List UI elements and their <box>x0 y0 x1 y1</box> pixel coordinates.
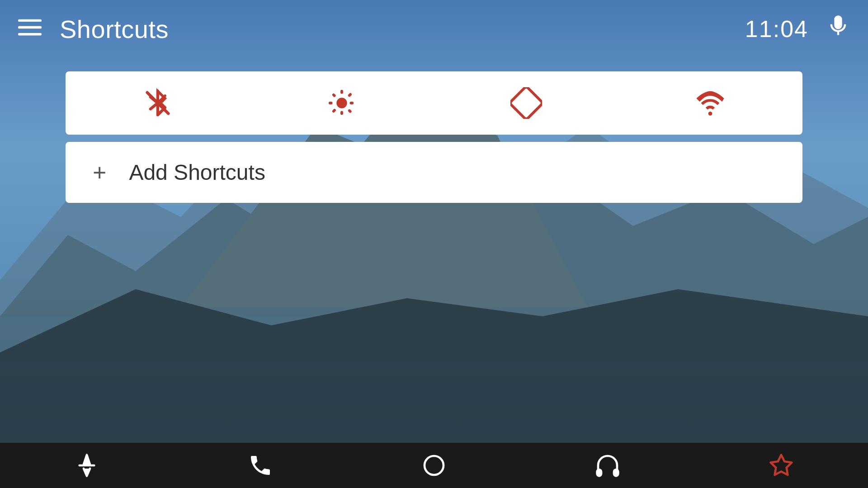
nav-phone-button[interactable] <box>224 447 297 483</box>
nav-favorites-button[interactable] <box>745 447 817 483</box>
content-area: + Add Shortcuts <box>0 58 868 443</box>
svg-point-14 <box>425 456 443 475</box>
wifi-button[interactable] <box>665 80 755 126</box>
svg-rect-16 <box>614 469 618 476</box>
bottom-nav <box>0 443 868 488</box>
add-shortcuts-panel[interactable]: + Add Shortcuts <box>66 142 802 203</box>
svg-rect-7 <box>18 19 42 22</box>
mic-icon[interactable] <box>826 14 850 43</box>
menu-icon[interactable] <box>18 15 42 42</box>
nav-navigation-button[interactable] <box>51 447 123 483</box>
nav-audio-button[interactable] <box>571 447 644 483</box>
plus-icon: + <box>93 161 106 184</box>
brightness-button[interactable] <box>297 80 387 126</box>
page-title: Shortcuts <box>60 14 169 44</box>
svg-rect-9 <box>18 33 42 35</box>
add-shortcuts-label: Add Shortcuts <box>129 160 265 185</box>
svg-rect-15 <box>597 469 601 476</box>
bluetooth-off-button[interactable] <box>113 80 203 126</box>
time-display: 11:04 <box>745 15 808 42</box>
nav-home-button[interactable] <box>398 447 470 483</box>
shortcuts-panel <box>66 71 802 135</box>
header: Shortcuts 11:04 <box>0 0 868 58</box>
header-right: 11:04 <box>745 14 850 43</box>
rotate-button[interactable] <box>481 80 571 126</box>
svg-point-13 <box>708 112 712 116</box>
svg-rect-8 <box>18 26 42 28</box>
svg-rect-11 <box>510 87 542 119</box>
